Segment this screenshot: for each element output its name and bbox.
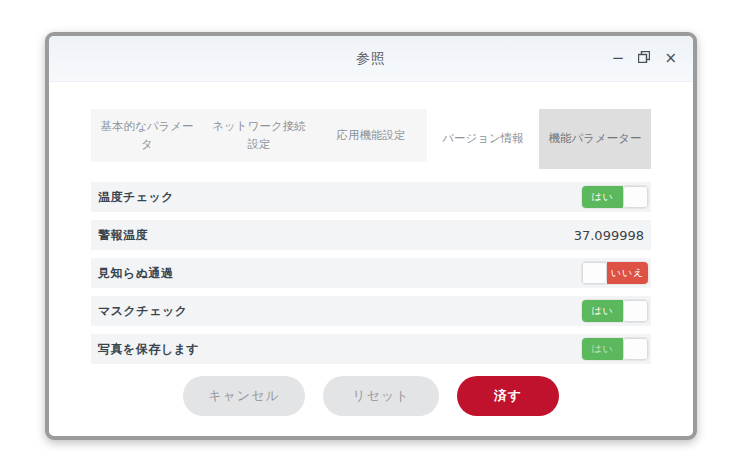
setting-label: 温度チェック — [98, 189, 174, 206]
tab-label: 基本的なパラメータ — [97, 118, 197, 153]
tab-label: バージョン情報 — [442, 130, 524, 147]
dialog-titlebar: 参照 − × — [49, 36, 693, 82]
toggle-state-label: はい — [582, 300, 623, 322]
close-button[interactable]: × — [664, 51, 677, 66]
window-controls: − × — [612, 36, 677, 81]
toggle-knob — [623, 300, 648, 322]
tab-label: 応用機能設定 — [337, 127, 406, 144]
dialog-footer: キャンセル リセット 済す — [91, 376, 651, 416]
reset-button[interactable]: リセット — [323, 376, 439, 416]
toggle-state-label: はい — [582, 186, 623, 208]
setting-row-save-photo: 写真を保存します はい — [91, 334, 651, 364]
page-background: 参照 − × 基本的なパラメータ — [0, 0, 731, 475]
cancel-button[interactable]: キャンセル — [183, 376, 305, 416]
setting-row-alarm-temperature: 警報温度 37.099998 — [91, 220, 651, 250]
temperature-check-toggle[interactable]: はい — [582, 186, 648, 208]
toggle-state-label: いいえ — [607, 262, 648, 284]
settings-list: 温度チェック はい 警報温度 37.099998 見知らぬ通過 いいえ — [91, 182, 651, 364]
toggle-knob — [623, 338, 648, 360]
save-photo-toggle[interactable]: はい — [582, 338, 648, 360]
tab-function-parameters[interactable]: 機能パラメーター — [539, 109, 651, 169]
mask-check-toggle[interactable]: はい — [582, 300, 648, 322]
setting-row-temperature-check: 温度チェック はい — [91, 182, 651, 212]
submit-button[interactable]: 済す — [457, 376, 559, 416]
stranger-pass-toggle[interactable]: いいえ — [582, 262, 648, 284]
toggle-state-label: はい — [582, 338, 623, 360]
tab-applied-function-settings[interactable]: 応用機能設定 — [315, 109, 427, 162]
setting-label: マスクチェック — [98, 303, 187, 320]
tab-network-settings[interactable]: ネットワーク接続設定 — [203, 109, 315, 162]
alarm-temperature-value: 37.099998 — [574, 228, 648, 243]
toggle-knob — [582, 262, 607, 284]
setting-row-stranger-pass: 見知らぬ通過 いいえ — [91, 258, 651, 288]
setting-row-mask-check: マスクチェック はい — [91, 296, 651, 326]
dialog-title: 参照 — [356, 50, 386, 68]
tab-label: 機能パラメーター — [548, 130, 641, 147]
minimize-button[interactable]: − — [612, 51, 625, 66]
dialog-content: 基本的なパラメータ ネットワーク接続設定 応用機能設定 バージョン情報 機能パラ… — [49, 109, 693, 416]
settings-dialog: 参照 − × 基本的なパラメータ — [45, 32, 697, 440]
tab-version-info[interactable]: バージョン情報 — [427, 109, 539, 169]
setting-label: 写真を保存します — [98, 341, 199, 358]
setting-label: 警報温度 — [98, 227, 148, 244]
restore-icon — [638, 51, 650, 63]
tab-bar: 基本的なパラメータ ネットワーク接続設定 応用機能設定 バージョン情報 機能パラ… — [91, 109, 651, 169]
setting-label: 見知らぬ通過 — [98, 265, 174, 282]
toggle-knob — [623, 186, 648, 208]
tab-basic-parameters[interactable]: 基本的なパラメータ — [91, 109, 203, 162]
tab-label: ネットワーク接続設定 — [209, 118, 309, 153]
restore-button[interactable] — [638, 51, 650, 66]
